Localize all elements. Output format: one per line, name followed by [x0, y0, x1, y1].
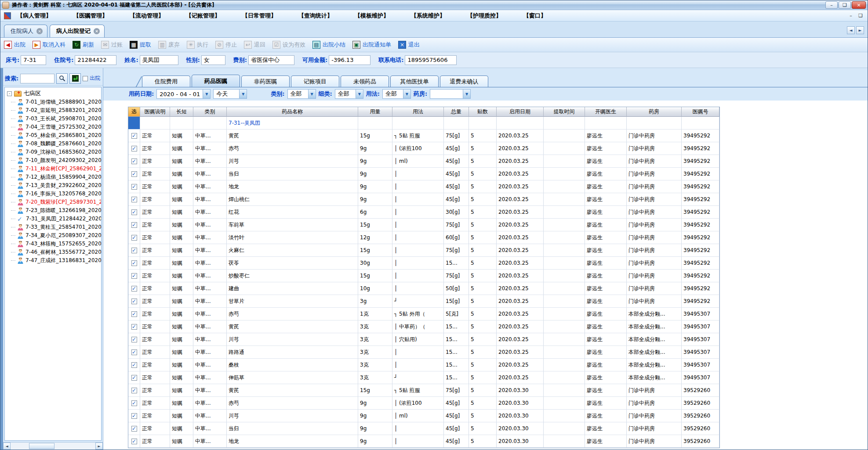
- chevron-down-icon[interactable]: ▼: [203, 90, 210, 98]
- set-valid-button[interactable]: ☑设为有效: [272, 41, 305, 49]
- gender-input[interactable]: 女: [201, 55, 225, 65]
- tab-order-category[interactable]: 退费未确认: [440, 76, 488, 87]
- subcategory-filter-combo[interactable]: 全部 ▼: [335, 89, 363, 99]
- close-tab-icon[interactable]: ×: [36, 28, 43, 34]
- patient-tree-item[interactable]: 7-09_沈禄幼_16853602_2020033: [5, 148, 101, 156]
- menu-item[interactable]: 【病人管理】: [17, 12, 51, 20]
- patient-tree-item[interactable]: ✓7-31_吴凤囯_21284422_202002: [5, 215, 101, 223]
- row-checkbox-checked[interactable]: ✓: [131, 286, 137, 292]
- menu-item[interactable]: 【查询统计】: [298, 12, 333, 20]
- column-header[interactable]: 药房: [627, 107, 682, 117]
- exit-button[interactable]: ×退出: [398, 41, 420, 49]
- order-row[interactable]: ✓正常短嘱中草...桑枝3克│15...52020.03.25廖远生本部全成分颗…: [128, 359, 719, 371]
- refresh-tree-button[interactable]: [69, 73, 81, 84]
- search-button[interactable]: [56, 73, 68, 84]
- row-checkbox-checked[interactable]: ✓: [131, 260, 137, 266]
- order-row[interactable]: ✓正常短嘱中草...路路通3克│15...52020.03.25廖远生本部全成分…: [128, 346, 719, 359]
- menu-item[interactable]: 【日常管理】: [242, 12, 276, 20]
- row-checkbox-checked[interactable]: ✓: [131, 426, 137, 432]
- row-checkbox-checked[interactable]: ✓: [131, 388, 137, 393]
- order-row[interactable]: ✓正常短嘱中草...赤芍9g│ (浓煎10045[g]52020.03.30廖远…: [128, 397, 719, 410]
- quick-date-combo[interactable]: 今天 ▼: [213, 89, 247, 99]
- tab-order-category[interactable]: 未领药品: [341, 76, 389, 87]
- order-row[interactable]: ✓正常短嘱中草...地龙9g│45[g]52020.03.30廖远生门诊中药房3…: [128, 435, 719, 448]
- tab-order-category[interactable]: 非药医嘱: [241, 76, 290, 87]
- menu-item[interactable]: 【医嘱管理】: [73, 12, 108, 20]
- order-row[interactable]: ✓正常短嘱中草...赤芍9g│ (浓煎10045[g]52020.03.25廖远…: [128, 142, 719, 155]
- menu-item[interactable]: 【流动管理】: [130, 12, 164, 20]
- row-checkbox-checked[interactable]: ✓: [131, 413, 137, 419]
- order-row[interactable]: ✓正常短嘱中草...建曲10g│50[g]52020.03.25廖远生门诊中药房…: [128, 282, 719, 295]
- order-row[interactable]: ✓正常短嘱中草...炒酸枣仁15g│75[g]52020.03.25廖远生门诊中…: [128, 270, 719, 282]
- column-header[interactable]: 贴数: [469, 107, 497, 117]
- discharge-notice-button[interactable]: ▣出院通知单: [352, 41, 391, 49]
- patient-tree-item[interactable]: 7-05_林金俤_25865801_2020031: [5, 131, 101, 140]
- column-header[interactable]: 类别: [193, 107, 227, 117]
- tree-horizontal-scrollbar[interactable]: ◄ ►: [3, 442, 103, 450]
- row-checkbox-checked[interactable]: ✓: [131, 209, 137, 215]
- fee-type-input[interactable]: 省医保中心: [248, 55, 294, 65]
- bed-no-input[interactable]: 7-31: [21, 55, 46, 65]
- stop-button[interactable]: ⊘停止: [215, 41, 237, 49]
- menu-item[interactable]: 【记账管理】: [186, 12, 220, 20]
- category-filter-combo[interactable]: 全部 ▼: [287, 89, 316, 99]
- menu-item[interactable]: 【模板维护】: [355, 12, 389, 20]
- chevron-down-icon[interactable]: ▼: [308, 90, 316, 98]
- patient-tree-item[interactable]: 7-46_崔树林_13556772_2020032: [5, 248, 101, 256]
- patient-tree-item[interactable]: 7-10_颜发明_24209302_2020033: [5, 156, 101, 165]
- discharge-summary-button[interactable]: ▤出院小结: [312, 41, 345, 49]
- discard-button[interactable]: ▥废弃: [158, 41, 180, 49]
- chevron-down-icon[interactable]: ▼: [403, 90, 410, 98]
- column-header[interactable]: 用法: [392, 107, 444, 117]
- minimize-button[interactable]: –: [825, 1, 838, 9]
- column-header[interactable]: 医嘱说明: [140, 107, 170, 117]
- date-filter-combo[interactable]: 2020 - 04 - 01 ▼: [156, 89, 211, 99]
- order-row[interactable]: ✓正常短嘱中草...地龙9g│45[g]52020.03.25廖远生门诊中药房3…: [128, 180, 719, 193]
- row-checkbox-checked[interactable]: ✓: [131, 184, 137, 190]
- menu-item[interactable]: 【护理质控】: [467, 12, 501, 20]
- row-checkbox-checked[interactable]: ✓: [131, 197, 137, 202]
- order-row[interactable]: ✓正常短嘱中草...淡竹叶12g│60[g]52020.03.25廖远生门诊中药…: [128, 231, 719, 244]
- tab-order-category[interactable]: 其他医技单: [390, 76, 439, 87]
- row-checkbox-checked[interactable]: ✓: [131, 158, 137, 164]
- mdi-minimize-button[interactable]: –: [847, 13, 854, 18]
- patient-tree-item[interactable]: 7-23_陈德暖_13266198_2020030: [5, 206, 101, 215]
- pharmacy-filter-combo[interactable]: ▼: [430, 89, 471, 99]
- order-row[interactable]: ✓正常短嘱中草...当归9g│45[g]52020.03.25廖远生门诊中药房3…: [128, 168, 719, 180]
- tree-root-ward[interactable]: - 七病区: [5, 89, 101, 98]
- refresh-button[interactable]: ↻刷新: [73, 41, 94, 49]
- column-header[interactable]: 开嘱医生: [585, 107, 627, 117]
- tab-scroll-right-icon[interactable]: ►: [856, 26, 864, 34]
- tab-order-category[interactable]: 记账项目: [291, 76, 339, 87]
- row-checkbox-checked[interactable]: ✓: [131, 273, 137, 279]
- column-header[interactable]: 启用日期: [497, 107, 544, 117]
- chevron-down-icon[interactable]: ▼: [463, 90, 470, 98]
- available-amount-input[interactable]: -396.13: [329, 55, 370, 65]
- patient-tree-item[interactable]: 7-11_林金树[CP]_25862901_202: [5, 165, 101, 173]
- row-checkbox-checked[interactable]: ✓: [131, 222, 137, 228]
- contact-phone-input[interactable]: 18959575606: [405, 55, 457, 65]
- discharge-button[interactable]: ◀出院: [4, 41, 25, 49]
- column-header[interactable]: 药品名称: [227, 107, 358, 117]
- order-row[interactable]: ✓正常短嘱中草...红花6g│30[g]52020.03.25廖远生门诊中药房3…: [128, 206, 719, 219]
- post-account-button[interactable]: ✉过账: [101, 41, 123, 49]
- patient-tree-item[interactable]: 7-04_王雪珊_25725302_2020032: [5, 123, 101, 131]
- patient-tree-item[interactable]: 7-34_夏小厄_25089307_2020031: [5, 231, 101, 240]
- row-checkbox-checked[interactable]: ✓: [131, 400, 137, 406]
- row-checkbox-checked[interactable]: ✓: [131, 133, 137, 139]
- usage-filter-combo[interactable]: 全部 ▼: [382, 89, 411, 99]
- scroll-left-icon[interactable]: ◄: [3, 443, 11, 450]
- patient-tree-item[interactable]: 7-01_游儒镜_25888901_2020032: [5, 98, 101, 106]
- tree-collapse-icon[interactable]: -: [7, 91, 12, 96]
- row-checkbox-checked[interactable]: ✓: [131, 439, 137, 444]
- scroll-right-icon[interactable]: ►: [95, 443, 103, 450]
- document-tab[interactable]: 病人出院登记×: [50, 25, 105, 37]
- order-row[interactable]: ✓正常短嘱中草...川芎3克│ 穴贴用)15...52020.03.25廖远生本…: [128, 333, 719, 346]
- patient-tree-item[interactable]: 7-43_林筱梅_15752655_2020030: [5, 240, 101, 248]
- menu-item[interactable]: 【系统维护】: [411, 12, 445, 20]
- restore-button[interactable]: ❏: [839, 1, 851, 9]
- tab-active-order-category[interactable]: 药品医嘱: [192, 75, 240, 87]
- order-row[interactable]: ✓正常短嘱中草...燀山桃仁9g│45[g]52020.03.25廖远生门诊中药…: [128, 193, 719, 206]
- order-row[interactable]: ✓正常短嘱中草...黄芪15g┐ 5贴 煎服75[g]52020.03.30廖远…: [128, 384, 719, 397]
- row-checkbox-checked[interactable]: ✓: [131, 146, 137, 151]
